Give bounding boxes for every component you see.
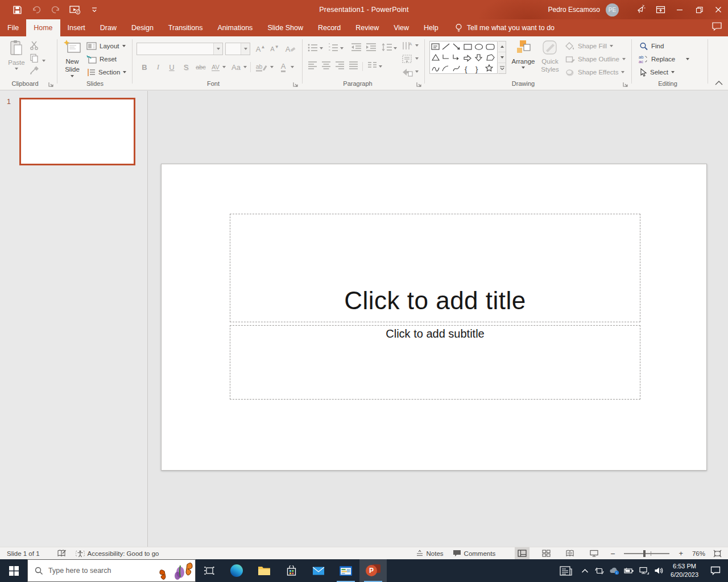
hidden-icons-chevron[interactable] (577, 568, 592, 573)
shape-outline-button[interactable]: Shape Outline (565, 54, 626, 64)
powerpoint-taskbar-button[interactable]: P (359, 559, 387, 582)
save-button[interactable] (10, 3, 24, 16)
sync-tray-button[interactable] (592, 567, 607, 575)
columns-caret[interactable] (379, 65, 382, 68)
underline-button[interactable]: U (166, 61, 177, 73)
tab-review[interactable]: Review (348, 19, 386, 36)
align-center-button[interactable] (321, 61, 332, 73)
select-button[interactable]: Select (639, 67, 675, 77)
highlight-caret[interactable] (270, 66, 274, 68)
character-spacing-button[interactable]: AV (209, 61, 222, 73)
app-window-button[interactable] (332, 559, 359, 582)
format-painter-button[interactable] (30, 66, 39, 77)
collapse-ribbon-button[interactable] (714, 80, 723, 88)
justify-button[interactable] (348, 61, 359, 73)
subtitle-placeholder[interactable]: Click to add subtitle (230, 325, 640, 400)
strikethrough-button[interactable]: abc (193, 61, 208, 73)
ribbon-display-options-button[interactable] (651, 0, 670, 19)
slideshow-view-button[interactable] (586, 547, 601, 560)
shapes-more-button[interactable] (498, 63, 506, 73)
line-spacing-button[interactable] (381, 43, 392, 55)
notes-toggle[interactable]: Notes (411, 547, 448, 559)
redo-button[interactable] (49, 3, 63, 16)
grow-font-button[interactable]: A▲ (254, 43, 267, 55)
slide-thumbnail-1[interactable] (19, 98, 135, 165)
action-center-button[interactable] (703, 566, 728, 575)
tab-draw[interactable]: Draw (93, 19, 124, 36)
customize-qat-button[interactable] (88, 3, 101, 16)
slide-editor[interactable]: Click to add title Click to add subtitle (161, 164, 707, 471)
shape-effects-button[interactable]: Shape Effects (565, 67, 624, 77)
line-spacing-caret[interactable] (394, 47, 397, 49)
shapes-scroll-up[interactable] (498, 41, 506, 52)
change-case-button[interactable]: Aa (230, 61, 242, 73)
tab-home[interactable]: Home (26, 19, 60, 36)
onedrive-tray-button[interactable]: i (607, 567, 622, 575)
close-button[interactable] (709, 0, 728, 19)
copy-button[interactable] (30, 53, 46, 64)
arrange-button[interactable]: Arrange (511, 40, 536, 77)
tab-help[interactable]: Help (416, 19, 446, 36)
text-direction-button[interactable]: A (402, 41, 413, 53)
battery-tray-button[interactable] (622, 567, 636, 575)
title-placeholder[interactable]: Click to add title (230, 214, 640, 322)
columns-button[interactable] (367, 61, 378, 73)
find-button[interactable]: Find (639, 41, 664, 51)
italic-button[interactable]: I (152, 61, 164, 73)
account-avatar[interactable]: PE (606, 3, 619, 16)
quick-styles-button[interactable]: Quick Styles (537, 40, 563, 77)
coming-soon-button[interactable] (631, 0, 651, 19)
shape-gallery[interactable]: { } (429, 41, 498, 74)
section-button[interactable]: Section (86, 67, 126, 77)
align-right-button[interactable] (334, 61, 345, 73)
slide-sorter-view-button[interactable] (539, 547, 553, 560)
volume-tray-button[interactable] (651, 567, 666, 575)
highlight-button[interactable]: ab (255, 61, 268, 73)
zoom-in-button[interactable]: + (674, 547, 688, 559)
task-view-button[interactable] (196, 559, 223, 582)
shapes-scroll-down[interactable] (498, 52, 506, 63)
zoom-slider-handle[interactable] (643, 550, 646, 557)
share-comments-button[interactable] (712, 22, 722, 33)
font-size-combo[interactable] (225, 43, 250, 55)
minimize-button[interactable] (670, 0, 689, 19)
tab-file[interactable]: File (0, 19, 26, 36)
start-button[interactable] (0, 559, 27, 582)
taskbar-search[interactable] (27, 559, 196, 582)
font-name-caret[interactable] (213, 43, 222, 55)
text-shadow-button[interactable]: S (180, 61, 192, 73)
numbering-button[interactable] (328, 43, 339, 55)
decrease-indent-button[interactable] (350, 43, 362, 55)
convert-smartart-button[interactable] (402, 67, 413, 79)
tab-transitions[interactable]: Transitions (161, 19, 210, 36)
font-color-caret[interactable] (291, 66, 294, 68)
align-left-button[interactable] (307, 61, 318, 73)
undo-button[interactable] (30, 3, 43, 16)
network-tray-button[interactable] (636, 567, 651, 575)
smartart-caret[interactable] (415, 70, 419, 73)
font-color-button[interactable]: A (277, 61, 289, 73)
slide-indicator[interactable]: Slide 1 of 1 (0, 547, 44, 559)
replace-button[interactable]: abac Replace (638, 54, 689, 64)
edge-browser-button[interactable] (223, 559, 250, 582)
paste-button[interactable]: Paste (5, 40, 28, 77)
character-spacing-caret[interactable] (222, 66, 226, 68)
file-explorer-button[interactable] (250, 559, 278, 582)
clear-formatting-button[interactable]: A (284, 43, 297, 55)
change-case-caret[interactable] (243, 66, 247, 68)
tab-design[interactable]: Design (124, 19, 161, 36)
shrink-font-button[interactable]: A▼ (268, 43, 282, 55)
reading-view-button[interactable] (562, 547, 577, 560)
font-name-combo[interactable] (136, 43, 223, 55)
microsoft-store-button[interactable] (278, 559, 305, 582)
text-direction-caret[interactable] (415, 44, 419, 47)
cut-button[interactable] (30, 41, 40, 52)
account-name[interactable]: Pedro Escamoso (548, 6, 600, 14)
spell-check-button[interactable] (52, 547, 71, 559)
shape-fill-button[interactable]: Shape Fill (565, 41, 613, 51)
tab-view[interactable]: View (386, 19, 416, 36)
zoom-out-button[interactable]: − (606, 547, 619, 559)
new-slide-button[interactable]: New Slide (59, 40, 85, 77)
font-dialog-launcher[interactable] (292, 81, 299, 88)
paragraph-dialog-launcher[interactable] (416, 81, 423, 88)
